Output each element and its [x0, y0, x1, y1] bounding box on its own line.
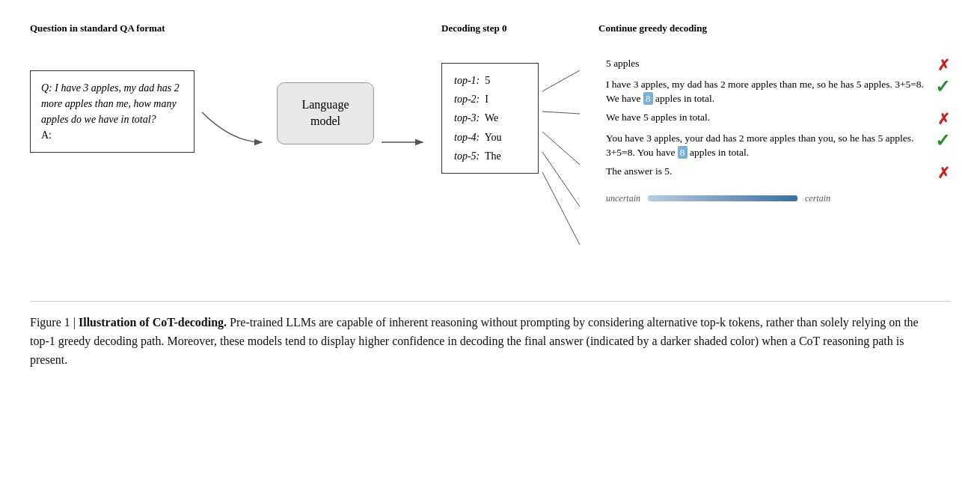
- decoding-item-1: top-1: 5: [454, 71, 526, 90]
- greedy-item-4: You have 3 apples, your dad has 2 more a…: [598, 132, 950, 160]
- greedy-item-3-cross: ✗: [937, 111, 950, 127]
- greedy-item-4-text: You have 3 apples, your dad has 2 more a…: [606, 132, 935, 160]
- certain-label: certain: [805, 193, 830, 204]
- greedy-item-3: We have 5 apples in total. ✗: [598, 111, 950, 127]
- greedy-item-4-check: ✓: [935, 132, 950, 150]
- greedy-title: Continue greedy decoding: [598, 22, 950, 34]
- svg-line-6: [542, 172, 580, 245]
- greedy-item-2: I have 3 apples, my dad has 2 more apple…: [598, 78, 950, 106]
- qa-answer-label: A:: [41, 129, 52, 141]
- decoding-to-greedy-arrows: [539, 54, 584, 278]
- lm-to-decoding-arrow: [374, 67, 434, 217]
- qa-box: Q: I have 3 apples, my dad has 2 more ap…: [30, 70, 195, 153]
- decoding-item-4: top-4: You: [454, 128, 526, 147]
- greedy-item-5-cross: ✗: [937, 165, 950, 181]
- figure-caption: Figure 1 | Illustration of CoT-decoding.…: [30, 314, 928, 369]
- decoding-item-3: top-3: We: [454, 109, 526, 127]
- greedy-items-list: 5 apples ✗ I have 3 apples, my dad has 2…: [598, 57, 950, 186]
- greedy-section: Continue greedy decoding 5 apples ✗ I ha…: [598, 22, 950, 204]
- language-model-container: Languagemodel: [277, 82, 374, 144]
- uncertainty-label: uncertain: [606, 193, 640, 204]
- greedy-item-1-text: 5 apples: [606, 57, 937, 71]
- greedy-item-5: The answer is 5. ✗: [598, 165, 950, 181]
- decoding-item-5: top-5: The: [454, 147, 526, 165]
- qa-question: Q: I have 3 apples, my dad has 2 more ap…: [41, 82, 180, 125]
- greedy-item-5-text: The answer is 5.: [606, 165, 937, 179]
- decoding-title: Decoding step 0: [441, 22, 506, 34]
- svg-line-2: [542, 70, 580, 91]
- greedy-item-2-text: I have 3 apples, my dad has 2 more apple…: [606, 78, 935, 106]
- caption-bold: Illustration of CoT-decoding.: [79, 316, 227, 329]
- uncertainty-bar-gradient: [648, 195, 797, 201]
- decoding-section: Decoding step 0 top-1: 5 top-2: I top-3:…: [441, 22, 539, 174]
- uncertainty-bar: [648, 195, 797, 201]
- greedy-item-1-cross: ✗: [937, 57, 950, 73]
- highlight-8-first: 8: [643, 92, 653, 105]
- greedy-item-1: 5 apples ✗: [598, 57, 950, 73]
- section-divider: [30, 301, 950, 302]
- decoding-item-2: top-2: I: [454, 90, 526, 109]
- svg-line-3: [542, 112, 580, 114]
- decoding-box: top-1: 5 top-2: I top-3: We top-4: You t…: [441, 63, 539, 174]
- language-model-box: Languagemodel: [277, 82, 374, 144]
- qa-to-lm-arrow: [195, 67, 269, 217]
- qa-section-title: Question in standard QA format: [30, 22, 195, 34]
- highlight-8-second: 8: [678, 146, 687, 159]
- caption-fig-label: Figure 1 |: [30, 316, 79, 329]
- greedy-item-2-check: ✓: [935, 78, 950, 96]
- uncertainty-bar-row: uncertain certain: [598, 193, 950, 204]
- greedy-item-3-text: We have 5 apples in total.: [606, 111, 937, 125]
